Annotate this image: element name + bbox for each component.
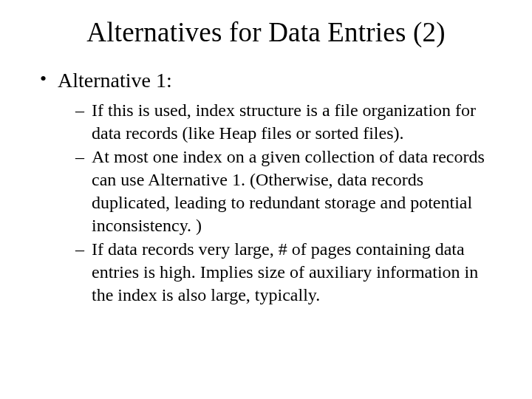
slide: Alternatives for Data Entries (2) Altern… [0,0,532,399]
sub-item: If this is used, index structure is a fi… [75,99,499,144]
bullet-label: Alternative 1: [58,69,172,92]
sub-item: If data records very large, # of pages c… [75,238,499,306]
sub-list: If this is used, index structure is a fi… [58,99,499,306]
sub-item: At most one index on a given collection … [75,146,499,236]
bullet-item-alternative-1: Alternative 1: If this is used, index st… [38,67,499,306]
bullet-list: Alternative 1: If this is used, index st… [33,67,499,306]
slide-title: Alternatives for Data Entries (2) [33,16,499,48]
